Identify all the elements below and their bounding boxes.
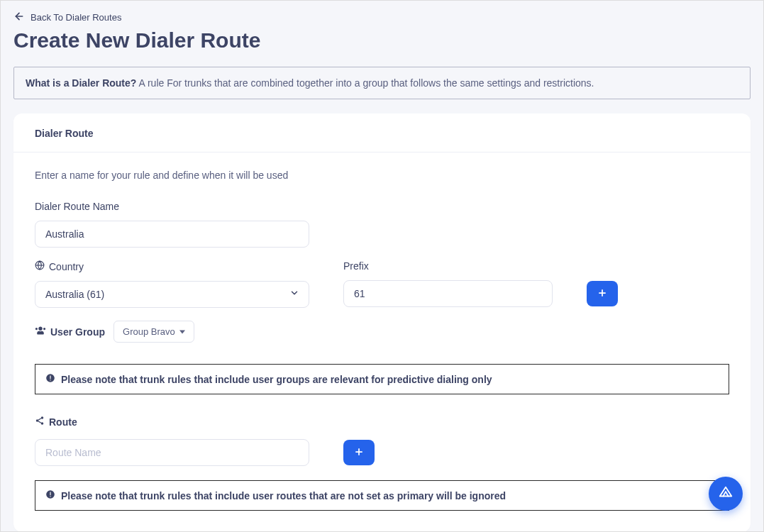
- users-icon: [35, 326, 46, 338]
- exclamation-circle-icon: [45, 373, 55, 385]
- info-answer: A rule For trunks that are combined toge…: [138, 77, 594, 89]
- dialer-route-card: Dialer Route Enter a name for your rule …: [13, 113, 751, 532]
- svg-line-12: [38, 421, 41, 423]
- add-route-button[interactable]: [343, 440, 375, 465]
- plus-icon: [597, 288, 607, 300]
- svg-rect-7: [50, 379, 50, 380]
- svg-rect-17: [50, 496, 50, 497]
- country-select[interactable]: Australia (61): [35, 281, 309, 308]
- card-intro: Enter a name for your rule and define wh…: [35, 170, 729, 181]
- user-group-dropdown[interactable]: Group Bravo: [114, 321, 194, 343]
- card-header: Dialer Route: [13, 113, 751, 153]
- globe-icon: [35, 260, 45, 272]
- route-label: Route: [35, 416, 729, 428]
- page-title: Create New Dialer Route: [13, 28, 751, 52]
- prefix-input[interactable]: [343, 280, 553, 307]
- svg-point-8: [41, 416, 44, 419]
- caret-down-icon: [179, 326, 185, 337]
- share-icon: [35, 416, 45, 428]
- svg-rect-16: [50, 492, 50, 496]
- info-question: What is a Dialer Route?: [26, 77, 136, 89]
- user-group-warning: Please note that trunk rules that includ…: [35, 364, 729, 394]
- back-link-text: Back To Dialer Routes: [31, 12, 121, 23]
- prefix-label: Prefix: [343, 260, 618, 272]
- route-name-input-field[interactable]: [35, 439, 309, 466]
- arrow-left-icon: [13, 11, 25, 24]
- add-prefix-button[interactable]: [587, 281, 618, 306]
- exclamation-circle-icon: [45, 489, 55, 501]
- svg-line-11: [38, 419, 41, 420]
- route-name-input[interactable]: [35, 221, 309, 248]
- back-link[interactable]: Back To Dialer Routes: [13, 11, 751, 24]
- triangle-icon: [718, 484, 733, 503]
- route-name-label: Dialer Route Name: [35, 201, 729, 212]
- svg-rect-6: [50, 376, 50, 379]
- info-box: What is a Dialer Route? A rule For trunk…: [13, 67, 751, 99]
- floating-action-button[interactable]: [709, 477, 743, 511]
- svg-point-10: [41, 422, 44, 425]
- plus-icon: [354, 447, 364, 459]
- user-group-label: User Group: [35, 326, 105, 338]
- svg-point-9: [36, 419, 39, 422]
- country-label: Country: [35, 260, 309, 272]
- route-warning: Please note that trunk rules that includ…: [35, 480, 729, 511]
